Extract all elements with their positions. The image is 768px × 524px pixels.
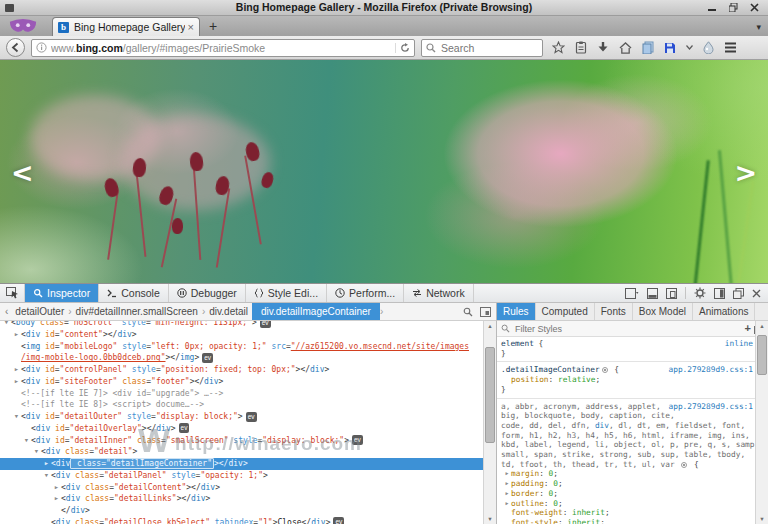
markup-row[interactable]: ▼<div class="detail"> bbox=[0, 446, 483, 458]
new-tab-button[interactable]: + bbox=[209, 19, 217, 33]
split-console-icon[interactable] bbox=[647, 288, 658, 299]
rule-line[interactable]: font-weight: inherit; bbox=[497, 508, 755, 518]
tab-bing-homepage-gallery[interactable]: b Bing Homepage Gallery × bbox=[52, 17, 200, 36]
info-icon[interactable] bbox=[36, 42, 47, 53]
expand-property-icon[interactable]: ▶ bbox=[503, 489, 511, 499]
rule-line[interactable]: form, h1, h2, h3, h4, h5, h6, html, ifra… bbox=[497, 431, 755, 441]
rule-line[interactable]: .detailImageContainer {app.279289d9.css:… bbox=[497, 365, 755, 375]
scrollbar-down-icon[interactable]: ▼ bbox=[756, 514, 768, 524]
markup-row[interactable]: ▼<div class="detailPanel" style="opacity… bbox=[0, 470, 483, 482]
reload-icon[interactable] bbox=[395, 43, 410, 53]
tab-rules[interactable]: Rules bbox=[497, 303, 536, 320]
close-icon[interactable] bbox=[749, 2, 760, 13]
scrollbar-down-icon[interactable]: ▼ bbox=[484, 514, 496, 524]
event-listener-badge[interactable]: ev bbox=[333, 517, 344, 524]
selector-gear-icon[interactable] bbox=[602, 367, 608, 373]
selector-gear-icon[interactable] bbox=[681, 462, 687, 468]
responsive-mode-icon[interactable] bbox=[666, 288, 677, 299]
tab-animations[interactable]: Animations bbox=[693, 303, 755, 320]
expand-arrow-icon[interactable]: ▶ bbox=[42, 458, 51, 470]
rule-line[interactable]: } bbox=[497, 385, 755, 395]
markup-row[interactable]: </div> bbox=[0, 505, 483, 517]
markup-row-selected[interactable]: ▶<div class="detailImageContainer"></div… bbox=[0, 458, 483, 470]
tab-performance[interactable]: Perform... bbox=[327, 284, 404, 302]
rule-line[interactable]: a, abbr, acronym, address, applet,app.27… bbox=[497, 402, 755, 412]
rule-line[interactable]: ▶outline: 0; bbox=[497, 499, 755, 509]
pages-icon[interactable] bbox=[642, 41, 654, 54]
add-rule-icon[interactable]: + bbox=[745, 323, 751, 334]
rules-scrollbar[interactable]: ▲ ▼ bbox=[755, 321, 768, 524]
markup-row[interactable]: <!--[if lte IE 8]> <script> docume…--> bbox=[0, 399, 483, 411]
markup-row[interactable]: <img id="mobileLogo" style="left: 0px; o… bbox=[0, 341, 483, 353]
frame-select-icon[interactable] bbox=[625, 288, 639, 299]
expand-arrow-icon[interactable]: ▶ bbox=[12, 329, 21, 341]
collapse-arrow-icon[interactable]: ▼ bbox=[2, 321, 11, 329]
rule-line[interactable]: kbd, label, legend, li, object, ol, p, p… bbox=[497, 440, 755, 450]
scrollbar-up-icon[interactable]: ▲ bbox=[756, 321, 768, 332]
download-icon[interactable] bbox=[597, 41, 609, 54]
event-listener-badge[interactable]: ev bbox=[246, 412, 257, 422]
markup-row[interactable]: ▼<div id="detailInner" class="smallScree… bbox=[0, 435, 483, 447]
highlighter-icon[interactable] bbox=[480, 307, 491, 317]
rule-line[interactable]: td, tfoot, th, thead, tr, tt, ul, var { bbox=[497, 460, 755, 470]
search-markup-icon[interactable] bbox=[463, 307, 473, 317]
tab-debugger[interactable]: Debugger bbox=[169, 284, 246, 302]
collapse-arrow-icon[interactable]: ▼ bbox=[42, 470, 51, 482]
star-icon[interactable] bbox=[552, 41, 565, 54]
markup-row[interactable]: ▼<div id="detailOuter" style="display: b… bbox=[0, 411, 483, 423]
tab-close-icon[interactable]: × bbox=[188, 22, 194, 33]
markup-row[interactable]: /img-mobile-logo.0bb0dceb.png"></img>ev bbox=[0, 352, 483, 364]
pick-element-icon[interactable] bbox=[0, 284, 25, 302]
rule-line[interactable]: } bbox=[497, 349, 755, 359]
tab-list-dropdown-icon[interactable]: ▾ bbox=[756, 22, 761, 32]
tab-console[interactable]: Console bbox=[99, 284, 169, 302]
rule-line[interactable]: ▶margin: 0; bbox=[497, 469, 755, 479]
dropdown-caret-icon[interactable] bbox=[686, 45, 693, 50]
next-image-arrow[interactable]: > bbox=[734, 156, 757, 187]
dock-to-side-icon[interactable] bbox=[714, 288, 725, 299]
stylesheet-source-link[interactable]: inline bbox=[725, 339, 753, 349]
event-listener-badge[interactable]: ev bbox=[202, 353, 213, 363]
url-bar[interactable]: www.bing.com/gallery/#images/PrairieSmok… bbox=[31, 39, 415, 57]
rule-line[interactable]: element {inline bbox=[497, 339, 755, 349]
minimize-icon[interactable] bbox=[707, 2, 718, 13]
settings-gear-icon[interactable] bbox=[694, 287, 706, 299]
bookmarks-icon[interactable] bbox=[575, 41, 587, 54]
breadcrumb-scroll-left-icon[interactable]: ‹ bbox=[2, 306, 11, 317]
tab-box-model[interactable]: Box Model bbox=[633, 303, 693, 320]
restore-icon[interactable] bbox=[728, 2, 739, 13]
expand-property-icon[interactable]: ▶ bbox=[503, 499, 511, 509]
breadcrumb-next-icon[interactable]: › bbox=[380, 306, 383, 317]
markup-row[interactable]: <!--[if lte IE 7]> <div id="upgrade"> …-… bbox=[0, 388, 483, 400]
breadcrumb-item-selected[interactable]: div.detailImageContainer bbox=[252, 303, 380, 320]
markup-row[interactable]: ▶<div class="detailLinks"></div> bbox=[0, 493, 483, 505]
droplet-icon[interactable] bbox=[703, 41, 714, 54]
rule-line[interactable]: code, dd, del, dfn, div, dl, dt, em, fie… bbox=[497, 421, 755, 431]
expand-property-icon[interactable]: ▶ bbox=[503, 469, 511, 479]
expand-arrow-icon[interactable]: ▶ bbox=[12, 364, 21, 376]
markup-row[interactable]: <div id="detailOverlay"></div>ev bbox=[0, 423, 483, 435]
markup-row[interactable]: ▶<div class="detailContent"></div> bbox=[0, 482, 483, 494]
event-listener-badge[interactable]: ev bbox=[352, 435, 363, 445]
undock-window-icon[interactable] bbox=[733, 288, 744, 299]
devtools-close-icon[interactable] bbox=[752, 289, 761, 298]
menu-icon[interactable] bbox=[724, 42, 737, 53]
rule-line[interactable]: ▶padding: 0; bbox=[497, 479, 755, 489]
rule-line[interactable]: big, blockquote, body, caption, cite, bbox=[497, 411, 755, 421]
collapse-arrow-icon[interactable]: ▼ bbox=[32, 446, 41, 458]
scrollbar-thumb[interactable] bbox=[757, 335, 767, 375]
event-listener-badge[interactable]: ev bbox=[179, 423, 190, 433]
tab-inspector[interactable]: Inspector bbox=[25, 284, 99, 302]
previous-image-arrow[interactable]: < bbox=[11, 156, 34, 187]
tab-fonts[interactable]: Fonts bbox=[595, 303, 633, 320]
url-text[interactable]: www.bing.com/gallery/#images/PrairieSmok… bbox=[51, 42, 391, 54]
stylesheet-source-link[interactable]: app.279289d9.css:1 bbox=[669, 402, 754, 412]
breadcrumb-item[interactable]: detailOuter bbox=[11, 303, 68, 320]
breadcrumb-item[interactable]: div#detailInner.smallScreen bbox=[72, 303, 202, 320]
search-bar[interactable] bbox=[421, 39, 543, 57]
rule-line[interactable]: ▶border: 0; bbox=[497, 489, 755, 499]
save-icon[interactable] bbox=[664, 42, 676, 54]
markup-row[interactable]: ▼<body class="noScroll" style="min-heigh… bbox=[0, 321, 483, 329]
markup-row[interactable]: <div class="detailClose kbSelect" tabind… bbox=[0, 517, 483, 524]
rule-line[interactable]: font-style: inherit; bbox=[497, 518, 755, 524]
